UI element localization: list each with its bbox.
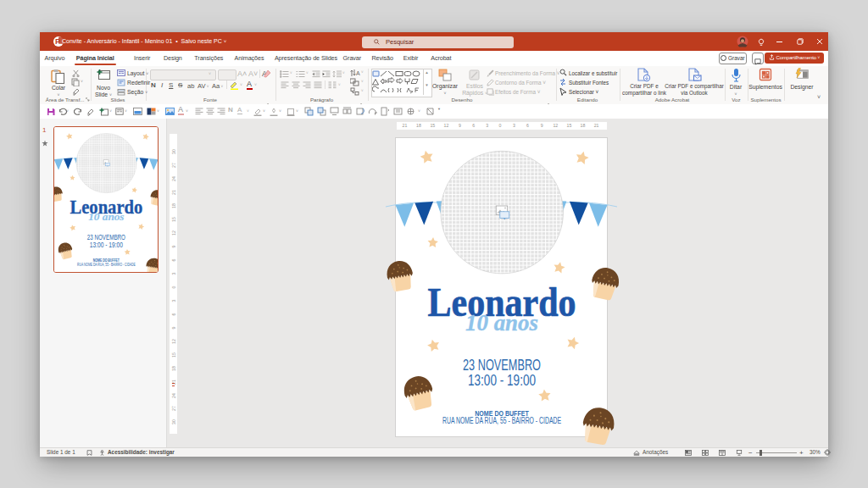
svg-text:A: A	[356, 70, 360, 76]
svg-text:P: P	[55, 37, 60, 46]
